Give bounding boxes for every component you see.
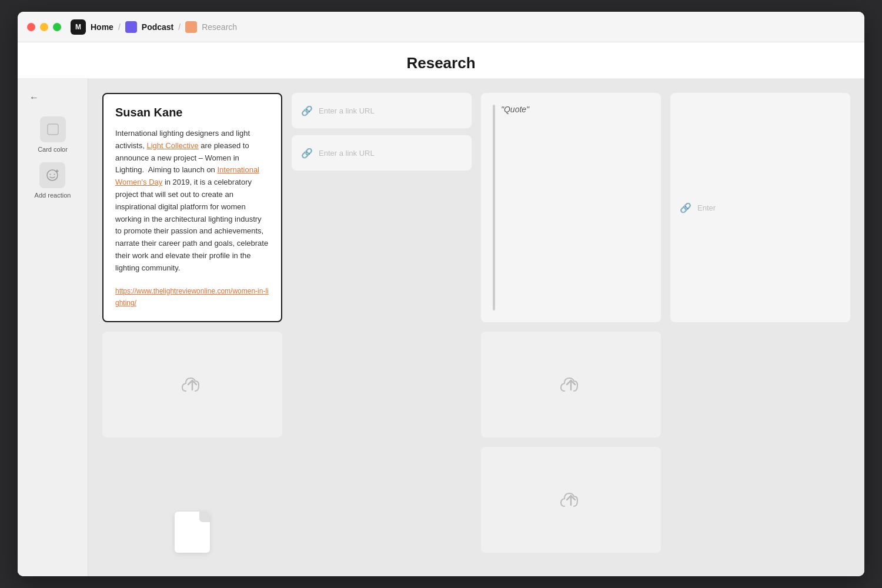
light-collective-link[interactable]: Light Collective: [146, 141, 198, 150]
document-icon: [175, 512, 210, 553]
svg-point-2: [50, 174, 51, 175]
upload-icon-1: [178, 370, 207, 399]
partial-link-card[interactable]: 🔗 Enter: [670, 93, 850, 322]
home-icon: M: [71, 19, 86, 35]
svg-rect-0: [48, 124, 58, 135]
quote-text[interactable]: "Quote": [501, 105, 529, 114]
main-content: ← Card color: [18, 79, 864, 576]
link-icon-2: 🔗: [301, 148, 313, 159]
breadcrumb: M Home / Podcast / Research: [71, 19, 237, 35]
card-color-tool[interactable]: Card color: [38, 116, 68, 153]
main-window: M Home / Podcast / Research Research ← C…: [18, 12, 864, 576]
womens-day-link[interactable]: International Women's Day: [115, 165, 259, 186]
left-sidebar: ← Card color: [18, 79, 88, 576]
research-icon: [185, 21, 197, 33]
podcast-icon: [125, 21, 137, 33]
upload-card-1[interactable]: [102, 332, 282, 437]
link-card-2[interactable]: 🔗 Enter a link URL: [292, 135, 472, 171]
link-placeholder-3: Enter: [697, 203, 716, 212]
quote-card: "Quote": [481, 93, 661, 322]
card-color-icon: [40, 116, 66, 142]
link-icon-1: 🔗: [301, 105, 313, 116]
add-reaction-icon: [39, 162, 65, 188]
link-placeholder-2: Enter a link URL: [319, 149, 375, 158]
page-title-bar: Research: [18, 42, 864, 79]
breadcrumb-sep-1: /: [118, 22, 121, 32]
link-icon-3: 🔗: [680, 202, 691, 213]
breadcrumb-research[interactable]: Research: [202, 22, 237, 32]
link-card-1[interactable]: 🔗 Enter a link URL: [292, 93, 472, 128]
back-button[interactable]: ←: [25, 88, 44, 107]
titlebar: M Home / Podcast / Research: [18, 12, 864, 42]
traffic-lights: [27, 23, 61, 31]
add-reaction-tool[interactable]: Add reaction: [35, 162, 71, 199]
minimize-button[interactable]: [40, 23, 48, 31]
add-reaction-label: Add reaction: [35, 192, 71, 199]
card-color-label: Card color: [38, 146, 68, 153]
link-cards-column: 🔗 Enter a link URL 🔗 Enter a link URL: [292, 93, 472, 322]
article-url-link[interactable]: https://www.thelightreviewonline.com/wom…: [115, 287, 269, 308]
quote-bar: [493, 105, 495, 310]
card-body: International lighting designers and lig…: [115, 128, 269, 275]
breadcrumb-sep-2: /: [178, 22, 181, 32]
text-card: Susan Kane International lighting design…: [102, 93, 282, 322]
svg-point-3: [54, 174, 55, 175]
doc-card: [102, 447, 282, 553]
page-title: Research: [18, 54, 864, 72]
link-placeholder-1: Enter a link URL: [319, 106, 375, 115]
upload-icon-2: [556, 370, 586, 399]
upload-card-2[interactable]: [481, 332, 661, 437]
upload-card-3[interactable]: [481, 447, 661, 553]
close-button[interactable]: [27, 23, 35, 31]
upload-icon-3: [556, 485, 586, 514]
canvas: Susan Kane International lighting design…: [88, 79, 864, 576]
breadcrumb-podcast[interactable]: Podcast: [142, 22, 173, 32]
breadcrumb-home[interactable]: Home: [91, 22, 113, 32]
card-title: Susan Kane: [115, 106, 269, 119]
maximize-button[interactable]: [53, 23, 61, 31]
